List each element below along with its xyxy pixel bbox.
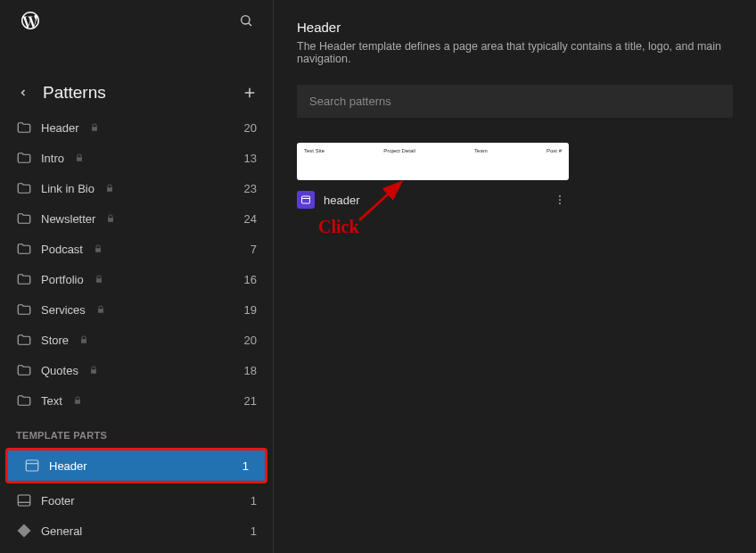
card-footer: header — [297, 180, 569, 209]
pattern-card[interactable]: Test Site Project Detail Team Post # hea… — [297, 143, 569, 209]
item-count: 18 — [244, 364, 257, 377]
sidebar-item-intro[interactable]: Intro13 — [0, 143, 273, 173]
lock-icon — [105, 184, 114, 193]
template-part-item-general[interactable]: General1 — [0, 516, 273, 546]
sidebar-item-link-in-bio[interactable]: Link in Bio23 — [0, 173, 273, 203]
folder-icon — [16, 362, 32, 378]
item-count: 20 — [244, 121, 257, 135]
header-icon — [24, 458, 40, 474]
sidebar-item-label: Text — [41, 394, 62, 408]
selected-highlight: Header1 — [5, 448, 267, 483]
preview-item: Test Site — [304, 148, 325, 153]
search-icon — [239, 13, 253, 28]
item-count: 20 — [244, 334, 257, 347]
sidebar-item-label: Header — [49, 459, 87, 473]
lock-icon — [90, 123, 99, 132]
diamond-icon — [16, 523, 32, 539]
pattern-preview: Test Site Project Detail Team Post # — [297, 143, 569, 180]
svg-point-0 — [242, 16, 250, 24]
page-title: Patterns — [43, 83, 106, 103]
topbar — [0, 0, 273, 41]
folder-icon — [16, 332, 32, 348]
lock-icon — [106, 214, 115, 223]
svg-rect-6 — [18, 495, 30, 506]
sidebar-item-services[interactable]: Services19 — [0, 294, 273, 325]
lock-icon — [94, 244, 103, 253]
sidebar-item-podcast[interactable]: Podcast7 — [0, 234, 273, 264]
lock-icon — [75, 153, 84, 162]
header-part-icon — [297, 191, 315, 209]
template-part-item-header[interactable]: Header1 — [8, 450, 265, 481]
sidebar-item-label: Header — [41, 121, 79, 135]
lock-icon — [89, 366, 98, 375]
template-parts-heading: TEMPLATE PARTS — [0, 416, 273, 446]
template-part-item-footer[interactable]: Footer1 — [0, 485, 273, 516]
search-input[interactable] — [297, 85, 733, 118]
sidebar-item-text[interactable]: Text21 — [0, 385, 273, 416]
sidebar-item-header[interactable]: Header20 — [0, 112, 273, 143]
sidebar-item-portfolio[interactable]: Portfolio16 — [0, 264, 273, 294]
sidebar: Patterns Header20Intro13Link in Bio23New… — [0, 0, 274, 553]
plus-icon — [242, 85, 258, 101]
item-count: 16 — [244, 273, 257, 286]
folder-icon — [16, 210, 32, 227]
back-button[interactable] — [11, 80, 36, 105]
folder-icon — [16, 301, 32, 318]
folder-icon — [16, 271, 32, 287]
preview-item: Project Detail — [383, 148, 415, 153]
lock-icon — [73, 396, 82, 405]
chevron-left-icon — [18, 87, 29, 98]
sidebar-item-quotes[interactable]: Quotes18 — [0, 355, 273, 385]
svg-rect-8 — [302, 196, 310, 203]
sidebar-item-newsletter[interactable]: Newsletter24 — [0, 203, 273, 234]
lock-icon — [79, 335, 88, 344]
sidebar-item-label: Portfolio — [41, 273, 84, 286]
main-description: The Header template defines a page area … — [297, 40, 733, 65]
svg-point-11 — [559, 199, 561, 201]
sidebar-item-label: General — [41, 524, 82, 538]
sidebar-item-label: Podcast — [41, 243, 83, 256]
svg-line-1 — [249, 23, 251, 26]
item-count: 1 — [242, 459, 249, 473]
item-count: 19 — [244, 303, 257, 317]
item-count: 24 — [244, 212, 257, 226]
svg-point-10 — [559, 195, 561, 197]
card-more-button[interactable] — [551, 191, 569, 209]
sidebar-item-label: Services — [41, 303, 86, 317]
item-count: 23 — [244, 182, 257, 195]
sidebar-item-store[interactable]: Store20 — [0, 325, 273, 355]
hub-search-button[interactable] — [230, 4, 262, 37]
item-count: 1 — [251, 494, 257, 508]
nav-list: Header20Intro13Link in Bio23Newsletter24… — [0, 112, 273, 553]
sidebar-item-label: Link in Bio — [41, 182, 94, 195]
sidebar-item-label: Store — [41, 334, 69, 347]
folder-icon — [16, 150, 32, 166]
footer-icon — [16, 492, 32, 508]
card-label: header — [324, 194, 359, 207]
lock-icon — [94, 275, 103, 284]
svg-rect-4 — [26, 460, 38, 471]
wordpress-logo-icon[interactable] — [21, 12, 39, 29]
more-vertical-icon — [554, 194, 566, 206]
folder-icon — [16, 392, 32, 409]
lock-icon — [96, 305, 105, 314]
item-count: 1 — [251, 524, 257, 538]
item-count: 13 — [244, 152, 257, 165]
sidebar-item-label: Quotes — [41, 364, 78, 377]
title-row: Patterns — [0, 68, 273, 112]
preview-item: Team — [474, 148, 488, 153]
sidebar-item-label: Newsletter — [41, 212, 95, 226]
svg-point-12 — [559, 202, 561, 204]
main-title: Header — [297, 20, 733, 35]
folder-icon — [16, 120, 32, 136]
sidebar-item-label: Intro — [41, 152, 64, 165]
item-count: 21 — [244, 394, 257, 408]
sidebar-item-label: Footer — [41, 494, 75, 508]
folder-icon — [16, 180, 32, 196]
main-panel: Header The Header template defines a pag… — [274, 0, 756, 553]
add-pattern-button[interactable] — [237, 80, 262, 105]
folder-icon — [16, 241, 32, 257]
item-count: 7 — [251, 243, 257, 256]
preview-item: Post # — [546, 148, 562, 153]
